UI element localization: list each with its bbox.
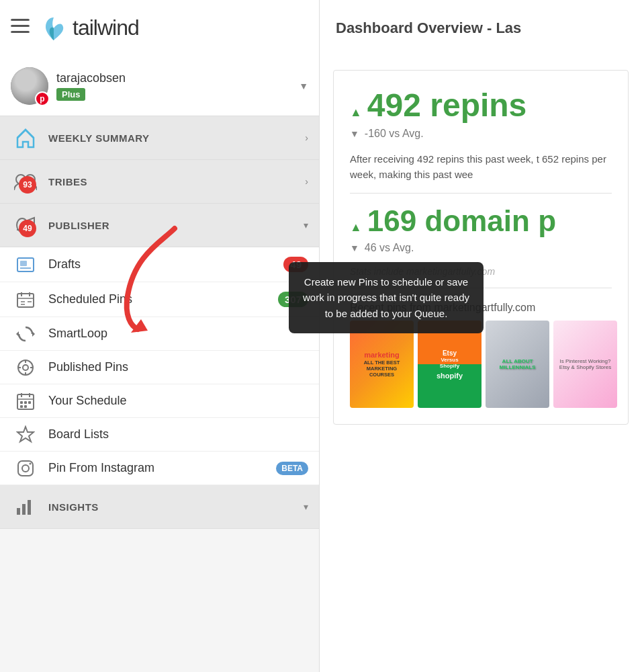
svg-rect-9 <box>20 261 27 266</box>
domain-note: Stats include marketingartfully.com <box>350 266 612 277</box>
svg-rect-0 <box>11 19 30 21</box>
recent-pins-label: Recent pins from marketingartfully.com <box>350 302 612 314</box>
publisher-chevron: ▾ <box>304 220 308 230</box>
pin-thumb-label-1: marketing ALL THE BEST MARKETING COURSES <box>350 321 414 408</box>
divider-2 <box>350 288 612 288</box>
tribes-count-badge: 93 <box>19 176 36 194</box>
repins-stat-row: ▲ 492 repins <box>350 87 612 124</box>
sidebar-item-weekly-summary[interactable]: WEEKLY SUMMARY › <box>0 116 319 160</box>
instagram-beta-badge: BETA <box>276 462 308 475</box>
domain-up-arrow: ▲ <box>350 220 362 235</box>
domain-down-arrow: ▼ <box>350 243 359 253</box>
weekly-summary-label: WEEKLY SUMMARY <box>48 132 294 144</box>
domain-vs-avg: 46 vs Avg. <box>365 242 414 254</box>
svg-rect-39 <box>17 508 20 515</box>
repins-down-arrow: ▼ <box>350 128 359 139</box>
divider-1 <box>350 193 612 194</box>
sidebar-item-publisher[interactable]: 49 PUBLISHER ▾ <box>0 204 319 247</box>
published-pins-label: Published Pins <box>48 360 308 374</box>
your-schedule-label: Your Schedule <box>48 394 308 408</box>
repins-up-arrow: ▲ <box>350 106 362 120</box>
sidebar-item-scheduled-pins[interactable]: Scheduled Pins 307 <box>0 282 319 317</box>
user-profile[interactable]: p tarajacobsen Plus ▼ <box>0 56 319 116</box>
svg-rect-1 <box>11 25 30 27</box>
instagram-icon <box>13 456 38 480</box>
stats-card: ▲ 492 repins ▼ -160 vs Avg. After receiv… <box>333 70 629 425</box>
pin-from-instagram-label: Pin From Instagram <box>48 461 276 475</box>
domain-avg-row: ▼ 46 vs Avg. <box>350 242 612 262</box>
svg-rect-41 <box>28 500 31 515</box>
pin-thumbnail-1: marketing ALL THE BEST MARKETING COURSES <box>350 321 414 408</box>
pin-thumbnail-3: ALL ABOUT MILLENNIALS <box>486 321 549 408</box>
drafts-icon <box>13 253 38 277</box>
logo: tailwind <box>40 15 139 42</box>
page-title: Dashboard Overview - Las <box>336 19 521 37</box>
logo-text: tailwind <box>73 15 139 40</box>
repins-avg-row: ▼ -160 vs Avg. <box>350 128 612 148</box>
user-dropdown-arrow[interactable]: ▼ <box>299 81 308 91</box>
sidebar: p tarajacobsen Plus ▼ WEEKLY SUMMARY › <box>0 56 320 672</box>
domain-stat-row: ▲ 169 domain p <box>350 204 612 238</box>
sidebar-item-your-schedule[interactable]: Your Schedule <box>0 384 319 418</box>
avatar: p <box>11 67 48 105</box>
weekly-summary-chevron: › <box>305 132 308 143</box>
smartloop-icon <box>13 322 38 346</box>
svg-rect-31 <box>24 401 27 404</box>
publisher-label: PUBLISHER <box>48 220 293 231</box>
insights-icon <box>13 495 38 519</box>
smartloop-label: SmartLoop <box>48 327 308 341</box>
published-pins-icon <box>13 355 38 380</box>
board-lists-icon <box>13 423 38 447</box>
sidebar-item-published-pins[interactable]: Published Pins <box>0 351 319 384</box>
hamburger-menu[interactable] <box>11 19 30 38</box>
svg-marker-19 <box>16 331 19 337</box>
top-bar: tailwind Dashboard Overview - Las <box>0 0 642 56</box>
insights-chevron: ▾ <box>304 501 308 512</box>
tribes-label: TRIBES <box>48 176 294 187</box>
publisher-icon: 49 <box>13 213 38 237</box>
svg-rect-33 <box>20 405 23 408</box>
tribes-icon: 93 <box>13 169 38 194</box>
insights-label: INSIGHTS <box>48 501 293 513</box>
sidebar-item-pin-from-instagram[interactable]: Pin From Instagram BETA <box>0 452 319 485</box>
pin-thumbnail-2: Etsy Versus Shopify shopify <box>418 321 481 408</box>
user-info: tarajacobsen Plus <box>56 71 291 101</box>
board-lists-label: Board Lists <box>48 427 308 442</box>
plan-badge: Plus <box>56 88 85 101</box>
repins-value: 492 repins <box>367 87 526 124</box>
drafts-label: Drafts <box>48 257 283 271</box>
your-schedule-icon <box>13 389 38 413</box>
sidebar-item-tribes[interactable]: 93 TRIBES › <box>0 160 319 204</box>
scheduled-pins-label: Scheduled Pins <box>48 292 278 306</box>
svg-rect-30 <box>20 401 23 404</box>
svg-rect-32 <box>28 401 31 404</box>
sidebar-item-board-lists[interactable]: Board Lists <box>0 418 319 452</box>
svg-marker-35 <box>17 427 34 442</box>
svg-rect-34 <box>24 405 27 408</box>
drafts-badge: 49 <box>283 257 308 272</box>
repins-vs-avg: -160 vs Avg. <box>365 128 424 140</box>
sidebar-header: tailwind <box>0 0 320 56</box>
domain-value: 169 domain p <box>367 204 556 238</box>
svg-point-38 <box>30 462 32 464</box>
svg-rect-11 <box>17 294 34 307</box>
pin-thumbnail-4: Is Pinterest Working? Etsy & Shopify Sto… <box>553 321 617 408</box>
svg-rect-40 <box>22 504 26 515</box>
sidebar-item-insights[interactable]: INSIGHTS ▾ <box>0 485 319 529</box>
sidebar-item-drafts[interactable]: Drafts 49 <box>0 247 319 282</box>
svg-point-37 <box>22 465 29 472</box>
username: tarajacobsen <box>56 71 291 85</box>
home-icon <box>13 126 38 150</box>
logo-leaf-icon <box>40 15 67 42</box>
repins-desc: After receiving 492 repins this past wee… <box>350 152 612 182</box>
pin-thumbnails: marketing ALL THE BEST MARKETING COURSES… <box>350 321 612 408</box>
scheduled-pins-badge: 307 <box>278 292 308 307</box>
layout: p tarajacobsen Plus ▼ WEEKLY SUMMARY › <box>0 56 642 672</box>
sidebar-item-smartloop[interactable]: SmartLoop <box>0 317 319 351</box>
svg-rect-2 <box>11 31 30 33</box>
publisher-count-badge: 49 <box>19 220 36 237</box>
svg-marker-18 <box>32 331 35 337</box>
svg-point-21 <box>23 365 28 370</box>
main-header: Dashboard Overview - Las <box>320 0 642 56</box>
pinterest-badge: p <box>35 91 50 106</box>
